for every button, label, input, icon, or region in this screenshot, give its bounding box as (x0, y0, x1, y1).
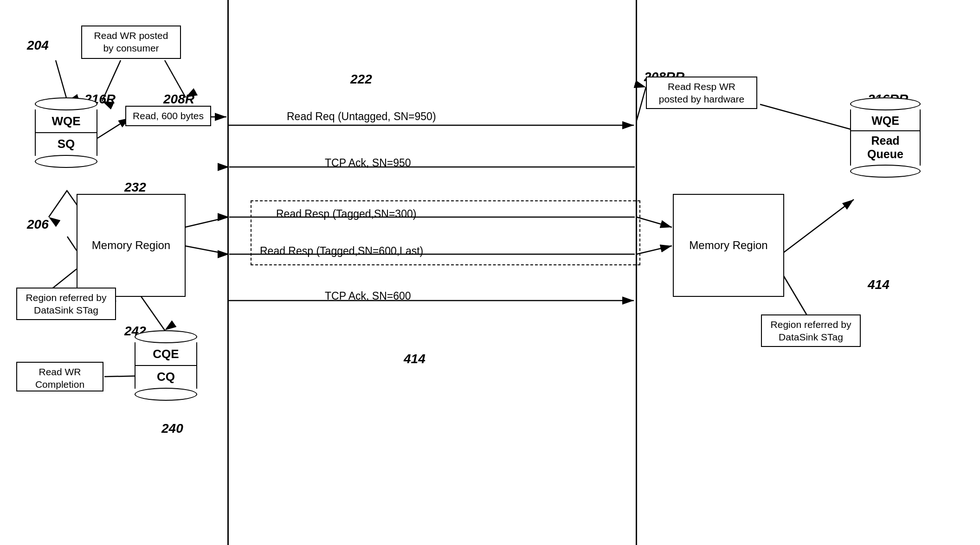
svg-line-11 (185, 217, 228, 227)
callout-region-referred-left: Region referred byDataSink STag (16, 288, 116, 320)
label-204: 204 (27, 38, 49, 53)
cylinder-cqe-cq: CQE CQ (135, 330, 197, 401)
memory-region-right: Memory Region (673, 194, 784, 297)
label-222: 222 (350, 72, 372, 87)
callout-read-600-bytes: Read, 600 bytes (125, 106, 211, 126)
label-210R: 206 (27, 217, 49, 232)
svg-line-15 (760, 104, 853, 130)
callout-read-wr-completion: Read WRCompletion (16, 362, 103, 391)
callout-read-wr-posted: Read WR postedby consumer (81, 26, 181, 59)
label-206: 414 (404, 352, 426, 366)
svg-line-3 (56, 60, 67, 101)
diagram: Read WR postedby consumer 204 216R 208R … (0, 0, 980, 545)
label-240: 240 (161, 421, 183, 436)
dashed-box-read-resp (251, 200, 640, 265)
svg-line-13 (637, 217, 672, 227)
cylinder-wqe-read-queue: WQE Read Queue (850, 97, 921, 178)
label-208R: 208R (163, 92, 194, 107)
svg-line-14 (637, 246, 672, 254)
svg-line-16 (637, 87, 646, 121)
msg-tcp-ack-600: TCP Ack, SN=600 (325, 290, 411, 302)
memory-region-left: Memory Region (77, 194, 186, 297)
msg-tcp-ack-950: TCP Ack, SN=950 (325, 157, 411, 169)
msg-read-req: Read Req (Untagged, SN=950) (287, 110, 436, 123)
vline-right (636, 0, 637, 545)
callout-read-resp-wr: Read Resp WRposted by hardware (646, 77, 757, 109)
svg-line-17 (49, 190, 67, 217)
vline-left (227, 0, 229, 545)
label-414: 414 (868, 277, 890, 292)
callout-region-referred-right: Region referred byDataSink STag (761, 314, 861, 347)
svg-line-12 (185, 246, 228, 254)
label-232: 232 (124, 180, 146, 195)
cylinder-wqe-sq: WQE SQ (35, 97, 97, 168)
svg-line-18 (67, 237, 77, 250)
